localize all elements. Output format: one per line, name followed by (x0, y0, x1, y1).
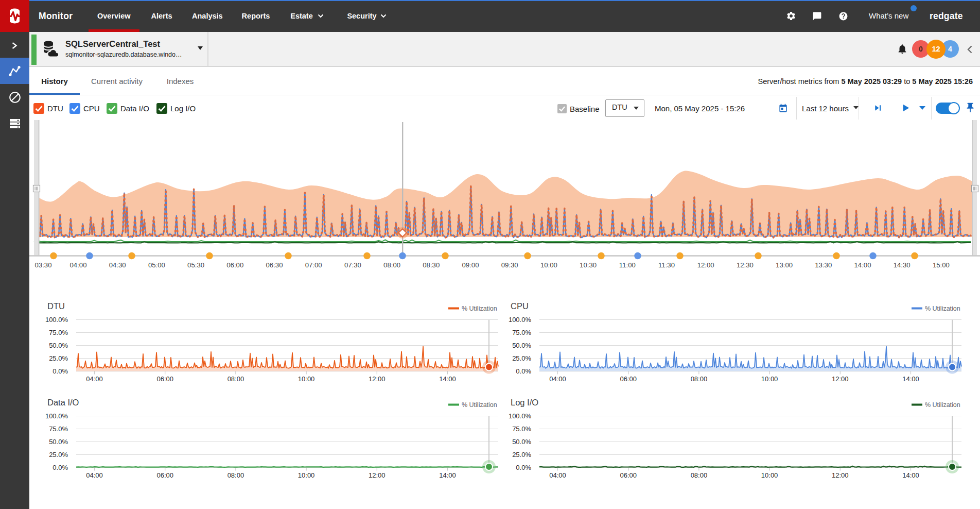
svg-text:08:30: 08:30 (423, 261, 440, 269)
svg-text:100.0%: 100.0% (509, 412, 532, 420)
svg-text:08:00: 08:00 (691, 471, 708, 479)
svg-text:05:30: 05:30 (187, 261, 204, 269)
svg-text:50.0%: 50.0% (512, 438, 531, 446)
svg-text:75.0%: 75.0% (512, 329, 531, 336)
svg-text:100.0%: 100.0% (45, 316, 68, 324)
svg-text:50.0%: 50.0% (49, 438, 68, 446)
svg-text:06:00: 06:00 (620, 471, 637, 479)
svg-text:03:30: 03:30 (34, 261, 51, 269)
svg-text:10:00: 10:00 (298, 471, 315, 479)
svg-text:100.0%: 100.0% (509, 316, 532, 324)
svg-text:CPU: CPU (511, 301, 529, 311)
svg-text:25.0%: 25.0% (512, 354, 531, 362)
svg-text:12:00: 12:00 (832, 471, 849, 479)
svg-text:09:00: 09:00 (462, 261, 479, 269)
svg-text:25.0%: 25.0% (49, 354, 68, 362)
svg-text:07:00: 07:00 (305, 261, 322, 269)
svg-text:14:00: 14:00 (439, 375, 456, 383)
svg-text:12:00: 12:00 (697, 261, 714, 269)
svg-text:Log I/O: Log I/O (511, 398, 538, 407)
svg-text:12:00: 12:00 (369, 471, 386, 479)
svg-text:% Utilization: % Utilization (462, 305, 497, 312)
svg-text:12:00: 12:00 (369, 375, 386, 383)
svg-text:08:00: 08:00 (383, 261, 400, 269)
svg-text:04:00: 04:00 (549, 471, 566, 479)
svg-text:10:00: 10:00 (761, 471, 778, 479)
svg-text:04:00: 04:00 (86, 471, 103, 479)
svg-text:50.0%: 50.0% (512, 342, 531, 349)
svg-text:11:00: 11:00 (619, 261, 636, 269)
svg-text:10:00: 10:00 (298, 375, 315, 383)
svg-text:14:00: 14:00 (902, 375, 919, 383)
svg-text:14:00: 14:00 (439, 471, 456, 479)
svg-text:08:00: 08:00 (227, 471, 244, 479)
svg-text:10:00: 10:00 (540, 261, 557, 269)
svg-text:0.0%: 0.0% (52, 367, 68, 375)
svg-text:04:00: 04:00 (69, 261, 86, 269)
svg-text:06:00: 06:00 (156, 375, 173, 383)
svg-text:11:30: 11:30 (658, 261, 675, 269)
svg-text:04:00: 04:00 (86, 375, 103, 383)
svg-text:Data I/O: Data I/O (47, 398, 79, 407)
svg-text:50.0%: 50.0% (49, 342, 68, 349)
svg-text:% Utilization: % Utilization (925, 305, 960, 312)
svg-text:14:30: 14:30 (894, 261, 911, 269)
svg-text:07:30: 07:30 (344, 261, 361, 269)
svg-text:0.0%: 0.0% (516, 464, 531, 471)
svg-text:% Utilization: % Utilization (462, 401, 497, 409)
svg-text:DTU: DTU (47, 301, 65, 311)
svg-text:12:30: 12:30 (737, 261, 754, 269)
svg-text:75.0%: 75.0% (49, 329, 68, 336)
svg-text:14:00: 14:00 (902, 471, 919, 479)
svg-text:04:00: 04:00 (549, 375, 566, 383)
svg-text:15:00: 15:00 (933, 261, 950, 269)
svg-text:08:00: 08:00 (227, 375, 244, 383)
svg-text:25.0%: 25.0% (49, 451, 68, 459)
svg-text:13:00: 13:00 (776, 261, 793, 269)
svg-text:25.0%: 25.0% (512, 451, 531, 459)
svg-text:08:00: 08:00 (691, 375, 708, 383)
svg-text:10:30: 10:30 (580, 261, 597, 269)
svg-text:12:00: 12:00 (832, 375, 849, 383)
svg-text:13:30: 13:30 (815, 261, 832, 269)
svg-text:06:00: 06:00 (226, 261, 243, 269)
svg-text:100.0%: 100.0% (45, 412, 68, 420)
svg-text:09:30: 09:30 (501, 261, 518, 269)
svg-text:05:00: 05:00 (148, 261, 165, 269)
svg-text:14:00: 14:00 (854, 261, 871, 269)
svg-text:75.0%: 75.0% (512, 425, 531, 433)
svg-text:06:00: 06:00 (156, 471, 173, 479)
svg-text:75.0%: 75.0% (49, 425, 68, 433)
svg-text:% Utilization: % Utilization (925, 401, 960, 409)
svg-text:0.0%: 0.0% (516, 367, 531, 375)
svg-text:04:30: 04:30 (109, 261, 126, 269)
svg-text:10:00: 10:00 (761, 375, 778, 383)
svg-text:06:30: 06:30 (266, 261, 283, 269)
svg-text:0.0%: 0.0% (52, 464, 68, 471)
svg-text:06:00: 06:00 (620, 375, 637, 383)
